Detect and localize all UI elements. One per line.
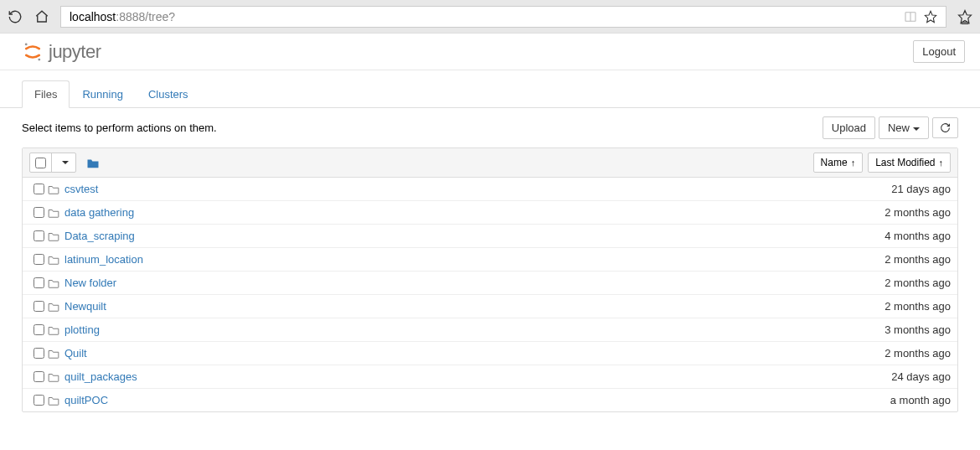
sort-modified-button[interactable]: Last Modified bbox=[868, 153, 951, 173]
folder-icon bbox=[48, 231, 64, 241]
row-checkbox[interactable] bbox=[29, 254, 48, 265]
item-name-link[interactable]: quilt_packages bbox=[64, 370, 137, 383]
folder-icon bbox=[48, 372, 64, 382]
folder-icon bbox=[48, 184, 64, 194]
table-row: data gathering2 months ago bbox=[23, 201, 957, 225]
item-modified: 2 months ago bbox=[885, 347, 951, 359]
new-button-label: New bbox=[888, 122, 910, 134]
file-rows: csvtest21 days agodata gathering2 months… bbox=[23, 178, 957, 411]
folder-icon bbox=[48, 208, 64, 218]
tab-running[interactable]: Running bbox=[70, 80, 135, 108]
favorites-icon[interactable] bbox=[957, 8, 973, 25]
star-icon[interactable] bbox=[924, 10, 937, 23]
folder-icon bbox=[48, 255, 64, 265]
svg-point-6 bbox=[25, 43, 28, 45]
caret-down-icon bbox=[62, 161, 69, 164]
item-modified: a month ago bbox=[890, 394, 951, 406]
sort-name-label: Name bbox=[821, 157, 848, 168]
svg-marker-3 bbox=[959, 10, 972, 23]
tab-clusters[interactable]: Clusters bbox=[136, 80, 201, 108]
select-dropdown[interactable] bbox=[52, 153, 75, 172]
item-modified: 2 months ago bbox=[885, 277, 951, 289]
table-row: plotting3 months ago bbox=[23, 318, 957, 342]
sort-modified-label: Last Modified bbox=[875, 157, 935, 168]
home-icon[interactable] bbox=[34, 8, 50, 25]
row-checkbox[interactable] bbox=[29, 301, 48, 312]
table-row: Newquilt2 months ago bbox=[23, 295, 957, 318]
jupyter-logo[interactable]: jupyter bbox=[22, 41, 101, 63]
item-name-link[interactable]: plotting bbox=[64, 323, 100, 336]
file-list: Name Last Modified csvtest21 days agodat… bbox=[22, 147, 958, 412]
item-modified: 21 days ago bbox=[891, 183, 951, 195]
row-checkbox[interactable] bbox=[29, 184, 48, 194]
tab-files[interactable]: Files bbox=[22, 80, 70, 108]
refresh-button[interactable] bbox=[932, 117, 958, 138]
select-all-checkbox[interactable] bbox=[30, 153, 52, 172]
row-checkbox[interactable] bbox=[29, 230, 48, 241]
folder-icon bbox=[48, 349, 64, 359]
row-checkbox[interactable] bbox=[29, 277, 48, 288]
table-row: New folder2 months ago bbox=[23, 272, 957, 295]
caret-down-icon bbox=[913, 127, 920, 131]
url-path: :8888/tree? bbox=[116, 10, 175, 23]
row-checkbox[interactable] bbox=[29, 395, 48, 406]
action-hint: Select items to perform actions on them. bbox=[22, 122, 217, 134]
url-bar[interactable]: localhost:8888/tree? bbox=[60, 6, 946, 28]
item-name-link[interactable]: quiltPOC bbox=[64, 394, 108, 406]
item-modified: 2 months ago bbox=[885, 253, 951, 266]
file-list-header: Name Last Modified bbox=[23, 148, 957, 178]
item-modified: 24 days ago bbox=[891, 370, 951, 383]
table-row: Quilt2 months ago bbox=[23, 342, 957, 365]
sort-name-button[interactable]: Name bbox=[813, 153, 864, 173]
browser-toolbar: localhost:8888/tree? bbox=[0, 0, 980, 34]
new-button[interactable]: New bbox=[879, 116, 929, 139]
item-name-link[interactable]: csvtest bbox=[64, 183, 98, 195]
folder-icon bbox=[48, 325, 64, 335]
breadcrumb-root-icon[interactable] bbox=[86, 158, 100, 168]
item-modified: 2 months ago bbox=[885, 206, 951, 219]
folder-icon bbox=[48, 278, 64, 288]
url-domain: localhost bbox=[70, 10, 116, 23]
item-name-link[interactable]: New folder bbox=[64, 277, 116, 289]
item-modified: 4 months ago bbox=[885, 230, 951, 242]
row-checkbox[interactable] bbox=[29, 371, 48, 382]
row-checkbox[interactable] bbox=[29, 348, 48, 359]
svg-marker-2 bbox=[925, 11, 936, 22]
arrow-up-icon bbox=[939, 157, 944, 168]
jupyter-logo-icon bbox=[22, 41, 44, 63]
jupyter-logo-text: jupyter bbox=[49, 41, 101, 63]
select-all-group bbox=[29, 153, 76, 173]
folder-icon bbox=[48, 302, 64, 312]
svg-point-7 bbox=[38, 58, 40, 60]
row-checkbox[interactable] bbox=[29, 207, 48, 218]
item-name-link[interactable]: Data_scraping bbox=[64, 230, 135, 242]
reload-icon[interactable] bbox=[7, 8, 23, 25]
item-name-link[interactable]: data gathering bbox=[64, 206, 134, 219]
table-row: Data_scraping4 months ago bbox=[23, 225, 957, 248]
table-row: quiltPOCa month ago bbox=[23, 389, 957, 411]
item-name-link[interactable]: latinum_location bbox=[64, 253, 143, 266]
reader-icon[interactable] bbox=[904, 10, 917, 23]
upload-button[interactable]: Upload bbox=[823, 116, 875, 139]
item-modified: 3 months ago bbox=[885, 323, 951, 336]
item-name-link[interactable]: Newquilt bbox=[64, 300, 106, 313]
tabs: Files Running Clusters bbox=[0, 80, 980, 108]
table-row: quilt_packages24 days ago bbox=[23, 365, 957, 389]
logout-button[interactable]: Logout bbox=[913, 40, 965, 63]
row-checkbox[interactable] bbox=[29, 324, 48, 335]
app-header: jupyter Logout bbox=[0, 34, 980, 70]
table-row: latinum_location2 months ago bbox=[23, 248, 957, 272]
item-modified: 2 months ago bbox=[885, 300, 951, 313]
action-bar: Select items to perform actions on them.… bbox=[0, 108, 980, 147]
arrow-up-icon bbox=[851, 157, 856, 168]
folder-icon bbox=[48, 396, 64, 406]
table-row: csvtest21 days ago bbox=[23, 178, 957, 201]
item-name-link[interactable]: Quilt bbox=[64, 347, 87, 359]
